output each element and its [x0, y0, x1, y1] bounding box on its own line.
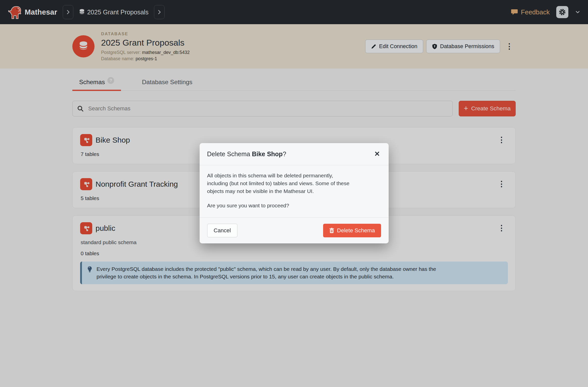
modal-warning-text: All objects in this schema will be delet…	[207, 172, 381, 195]
modal-confirm-question: Are you sure you want to proceed?	[207, 202, 381, 210]
trash-icon	[329, 228, 334, 233]
close-icon[interactable]: ✕	[373, 150, 381, 158]
modal-schema-name: Bike Shop	[252, 150, 283, 157]
modal-footer: Cancel Delete Schema	[200, 217, 389, 243]
modal-body: All objects in this schema will be delet…	[200, 165, 389, 217]
modal-header: Delete Schema Bike Shop? ✕	[200, 143, 389, 165]
cancel-button[interactable]: Cancel	[207, 224, 237, 237]
modal-title: Delete Schema Bike Shop?	[207, 150, 286, 158]
delete-schema-modal: Delete Schema Bike Shop? ✕ All objects i…	[200, 143, 389, 243]
delete-schema-button[interactable]: Delete Schema	[323, 224, 381, 237]
